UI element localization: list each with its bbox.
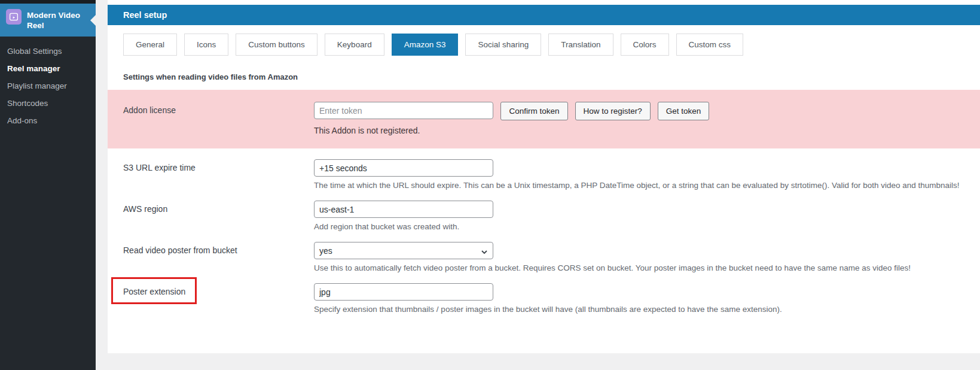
aws-region-row: AWS region Add region that bucket was cr…	[108, 201, 980, 231]
poster-ext-row: Poster extension Specify extension that …	[108, 283, 980, 314]
tab-colors[interactable]: Colors	[621, 34, 669, 56]
sidebar-item-global-settings[interactable]: Global Settings	[0, 43, 96, 60]
video-reel-icon	[6, 9, 22, 25]
sidebar-menu: Global Settings Reel manager Playlist ma…	[0, 37, 96, 129]
tab-translation[interactable]: Translation	[548, 34, 613, 56]
s3-expire-row: S3 URL expire time The time at which the…	[108, 159, 980, 190]
s3-expire-input[interactable]	[314, 159, 493, 177]
section-heading: Settings when reading video files from A…	[108, 56, 980, 81]
main-content: Reel setup General Icons Custom buttons …	[108, 0, 980, 353]
tab-custom-buttons[interactable]: Custom buttons	[236, 34, 317, 56]
tab-keyboard[interactable]: Keyboard	[325, 34, 384, 56]
tab-icons[interactable]: Icons	[184, 34, 228, 56]
tab-general[interactable]: General	[123, 34, 177, 56]
admin-sidebar: Modern Video Reel Global Settings Reel m…	[0, 0, 96, 370]
get-token-button[interactable]: Get token	[658, 102, 710, 120]
sidebar-item-add-ons[interactable]: Add-ons	[0, 112, 96, 129]
app-title: Modern Video Reel	[27, 9, 90, 31]
tab-social-sharing[interactable]: Social sharing	[465, 34, 541, 56]
sidebar-plugin-header[interactable]: Modern Video Reel	[0, 4, 96, 37]
tab-bar: General Icons Custom buttons Keyboard Am…	[108, 25, 980, 56]
poster-ext-help: Specify extension that thumbnails / post…	[314, 305, 980, 314]
sidebar-item-reel-manager[interactable]: Reel manager	[0, 60, 96, 77]
s3-expire-label: S3 URL expire time	[108, 159, 314, 190]
aws-region-label: AWS region	[108, 201, 314, 231]
how-to-register-button[interactable]: How to register?	[575, 102, 651, 120]
s3-expire-help: The time at which the URL should expire.…	[314, 181, 980, 190]
license-status-text: This Addon is not registered.	[314, 126, 980, 135]
page-title: Reel setup	[108, 5, 980, 25]
sidebar-item-shortcodes[interactable]: Shortcodes	[0, 95, 96, 112]
poster-ext-label: Poster extension	[123, 287, 185, 296]
read-poster-label: Read video poster from bucket	[108, 242, 314, 272]
tab-amazon-s3[interactable]: Amazon S3	[392, 34, 459, 56]
aws-region-help: Add region that bucket was created with.	[314, 222, 980, 231]
confirm-token-button[interactable]: Confirm token	[500, 102, 567, 120]
read-poster-help: Use this to automatically fetch video po…	[314, 263, 980, 272]
addon-license-label: Addon license	[108, 102, 314, 135]
poster-ext-input[interactable]	[314, 283, 493, 301]
aws-region-input[interactable]	[314, 201, 493, 218]
tab-custom-css[interactable]: Custom css	[676, 34, 744, 56]
addon-license-input[interactable]	[314, 102, 493, 119]
addon-license-row: Addon license Confirm token How to regis…	[108, 90, 980, 148]
sidebar-item-playlist-manager[interactable]: Playlist manager	[0, 77, 96, 95]
read-poster-select[interactable]: yes	[314, 242, 493, 259]
poster-ext-label-wrap: Poster extension	[108, 283, 314, 314]
read-poster-row: Read video poster from bucket yes Use th…	[108, 242, 980, 272]
